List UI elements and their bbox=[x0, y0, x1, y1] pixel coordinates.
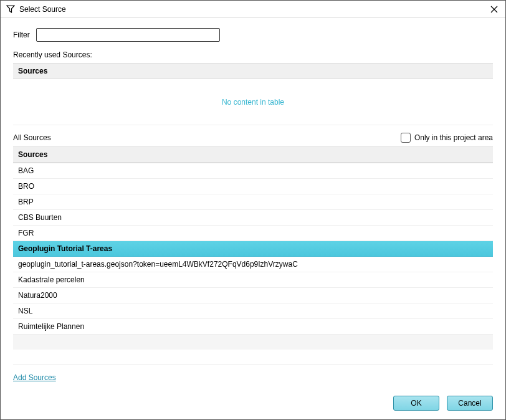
titlebar: Select Source bbox=[1, 1, 505, 18]
recent-sources-label: Recently used Sources: bbox=[13, 50, 493, 59]
empty-row bbox=[13, 350, 493, 365]
source-row[interactable]: geoplugin_tutorial_t-areas.geojson?token… bbox=[13, 257, 493, 272]
project-area-checkbox-group: Only in this project area bbox=[401, 133, 493, 143]
project-area-checkbox[interactable] bbox=[401, 133, 411, 143]
source-row[interactable]: Geoplugin Tutorial T-areas bbox=[13, 241, 493, 257]
all-sources-header: Sources bbox=[13, 146, 493, 163]
cancel-button[interactable]: Cancel bbox=[447, 396, 493, 411]
source-row[interactable]: CBS Buurten bbox=[13, 210, 493, 226]
source-row[interactable]: BRO bbox=[13, 179, 493, 194]
recent-sources-empty: No content in table bbox=[13, 79, 493, 125]
empty-row bbox=[13, 335, 493, 350]
recent-sources-header: Sources bbox=[13, 63, 493, 79]
all-sources-row: All Sources Only in this project area bbox=[13, 133, 493, 143]
source-row[interactable]: FGR bbox=[13, 226, 493, 241]
source-row[interactable]: Kadastrale percelen bbox=[13, 272, 493, 288]
dialog-footer: OK Cancel bbox=[1, 388, 505, 419]
source-row[interactable]: Natura2000 bbox=[13, 288, 493, 303]
filter-icon bbox=[6, 4, 16, 14]
all-sources-label: All Sources bbox=[13, 133, 51, 142]
close-button[interactable] bbox=[488, 3, 500, 16]
filter-input[interactable] bbox=[36, 28, 220, 42]
source-row[interactable]: NSL bbox=[13, 303, 493, 319]
source-row[interactable]: BRP bbox=[13, 194, 493, 210]
no-content-text: No content in table bbox=[222, 98, 284, 107]
dialog-body: Filter Recently used Sources: Sources No… bbox=[1, 18, 505, 388]
project-area-checkbox-label: Only in this project area bbox=[414, 133, 493, 142]
filter-row: Filter bbox=[13, 28, 493, 42]
source-row[interactable]: Ruimtelijke Plannen bbox=[13, 319, 493, 335]
select-source-dialog: Select Source Filter Recently used Sourc… bbox=[0, 0, 506, 420]
filter-label: Filter bbox=[13, 31, 30, 39]
all-sources-list: BAGBROBRPCBS BuurtenFGRGeoplugin Tutoria… bbox=[13, 163, 493, 365]
source-row[interactable]: BAG bbox=[13, 163, 493, 179]
window-title: Select Source bbox=[19, 5, 488, 14]
ok-button[interactable]: OK bbox=[393, 396, 439, 411]
add-sources-link[interactable]: Add Sources bbox=[13, 373, 56, 382]
